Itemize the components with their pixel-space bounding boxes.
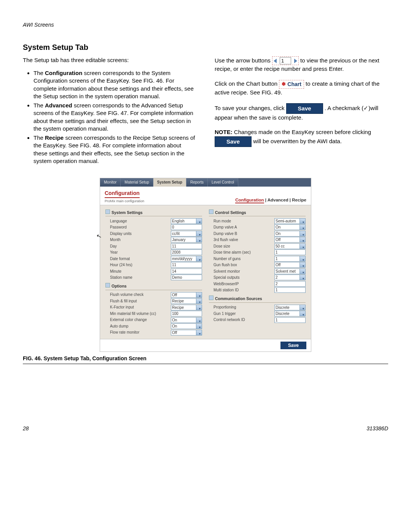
select-field[interactable]: cc/lit▾ — [171, 231, 202, 236]
input-field[interactable]: 1 — [274, 287, 306, 293]
select-field[interactable]: Off▾ — [274, 262, 306, 268]
form-row: Min material fill volume (cc)100 — [105, 311, 202, 316]
form-label: Min material fill volume (cc) — [110, 311, 171, 316]
cursor-icon: ↖ — [95, 231, 102, 240]
input-field[interactable]: Demo — [171, 275, 202, 280]
form-label: WebBrowserIP — [213, 281, 274, 287]
section-header: Control Settings — [209, 209, 306, 216]
select-field[interactable]: On▾ — [274, 231, 306, 236]
caption-prefix: FIG. 46. — [23, 355, 43, 361]
subnav-configuration[interactable]: Configuration — [235, 198, 264, 203]
select-field[interactable]: 1▾ — [274, 256, 306, 262]
form-label: Dump valve B — [213, 231, 274, 236]
select-field[interactable]: On▾ — [171, 323, 202, 329]
form-row: Station nameDemo — [105, 275, 202, 280]
right-column: Use the arrow buttons 1 to view the prev… — [215, 56, 388, 166]
dropdown-caret-icon: ▾ — [199, 319, 201, 324]
page-number: 28 — [23, 425, 29, 432]
form-row: Flush volume checkOff▾ — [105, 292, 202, 298]
form-row: Control network ID1 — [209, 317, 306, 323]
page-footer: 28 313386D — [23, 425, 388, 432]
input-field[interactable]: 11 — [171, 243, 202, 249]
select-field[interactable]: Semi-autom▾ — [274, 218, 306, 224]
dropdown-caret-icon: ▾ — [199, 238, 201, 243]
input-field[interactable]: 0 — [171, 224, 202, 230]
dropdown-caret-icon: ▾ — [303, 238, 304, 243]
form-row: Dump valve BOn▾ — [209, 231, 306, 236]
form-row: ProportioningDiscrete▾ — [209, 305, 306, 310]
panel-subnav: Configuration | Advanced | Recipe — [235, 197, 306, 203]
document-id: 313386D — [366, 425, 388, 432]
select-field[interactable]: Off▾ — [171, 330, 202, 335]
select-field[interactable]: On▾ — [171, 317, 202, 323]
form-label: K-Factor input — [110, 305, 171, 310]
form-label: Month — [110, 237, 171, 243]
input-field[interactable]: 2008 — [171, 249, 202, 255]
select-field[interactable]: 2▾ — [274, 275, 306, 280]
tab-level-control[interactable]: Level Control — [208, 178, 238, 187]
select-field[interactable]: Discrete▾ — [274, 311, 306, 316]
arrow-right-icon[interactable] — [294, 59, 297, 63]
dropdown-caret-icon: ▾ — [303, 264, 304, 268]
form-label: Control network ID — [213, 317, 274, 323]
chart-button[interactable]: ✽ Chart — [279, 80, 304, 89]
arrow-buttons-widget[interactable]: 1 — [272, 56, 299, 66]
form-row: Password0 — [105, 224, 202, 230]
select-field[interactable]: Discrete▾ — [274, 305, 306, 310]
select-field[interactable]: Solvent met▾ — [274, 268, 306, 274]
form-row: Date formatmm/dd/yyyy▾ — [105, 256, 202, 262]
save-button-inline-2[interactable]: Save — [215, 136, 252, 147]
form-label: Proportioning — [213, 305, 274, 310]
tab-system-setup[interactable]: System Setup — [153, 178, 186, 187]
input-field[interactable]: 1 — [274, 317, 306, 323]
chart-icon: ✽ — [282, 81, 286, 88]
form-row: WebBrowserIP2 — [209, 281, 306, 287]
form-label: Dose time alarm (sec) — [213, 250, 274, 255]
recipe-number-input[interactable]: 1 — [280, 57, 291, 65]
left-column: The Setup tab has three editable screens… — [23, 56, 196, 166]
form-label: Number of guns — [213, 256, 274, 262]
tab-material-setup[interactable]: Material Setup — [121, 178, 153, 187]
dropdown-caret-icon: ▾ — [303, 257, 304, 262]
subnav-advanced[interactable]: Advanced — [268, 198, 288, 202]
form-label: Password — [110, 225, 171, 230]
select-field[interactable]: Off▾ — [171, 292, 202, 298]
save-paragraph: To save your changes, click Save . A che… — [215, 103, 388, 122]
page-title: System Setup Tab — [23, 42, 388, 53]
form-label: Special outputs — [213, 275, 274, 280]
input-field[interactable]: 14 — [171, 268, 202, 274]
form-label: Language — [110, 219, 171, 224]
form-row: Hour (24 hrs)11 — [105, 262, 202, 268]
arrow-left-icon[interactable] — [274, 59, 277, 63]
tab-monitor[interactable]: Monitor — [100, 178, 121, 187]
input-field[interactable]: 2 — [274, 281, 306, 287]
note-bold: NOTE: — [215, 129, 233, 135]
form-row: Year2008 — [105, 249, 202, 255]
input-field[interactable]: 1 — [274, 249, 306, 255]
select-field[interactable]: January▾ — [171, 237, 202, 243]
tab-reports[interactable]: Reports — [186, 178, 208, 187]
form-row: Day11 — [105, 243, 202, 249]
form-label: Solvent monitor — [213, 269, 274, 274]
select-field[interactable]: Recipe▾ — [171, 298, 202, 304]
select-field[interactable]: On▾ — [274, 224, 306, 230]
form-row: MonthJanuary▾ — [105, 237, 202, 243]
subnav-recipe[interactable]: Recipe — [292, 198, 306, 202]
select-field[interactable]: mm/dd/yyyy▾ — [171, 256, 202, 262]
select-field[interactable]: Off▾ — [274, 237, 306, 243]
note-paragraph: NOTE: Changes made on the EasyKey screen… — [215, 128, 388, 147]
arrow-paragraph: Use the arrow buttons 1 to view the prev… — [215, 56, 388, 73]
dropdown-caret-icon: ▾ — [199, 331, 201, 336]
select-field[interactable]: English▾ — [171, 218, 202, 224]
save-button-screenshot[interactable]: Save — [280, 342, 306, 349]
panel-col-left: System SettingsLanguageEnglish▾Password0… — [105, 209, 202, 336]
tab-bar: MonitorMaterial SetupSystem SetupReports… — [100, 178, 311, 187]
save-button-inline-1[interactable]: Save — [286, 103, 323, 114]
select-field[interactable]: Recipe▾ — [171, 305, 202, 310]
section-header: Options — [105, 283, 202, 290]
input-field[interactable]: 11 — [171, 262, 202, 268]
input-field[interactable]: 100 — [171, 311, 202, 316]
figure-caption: FIG. 46. System Setup Tab, Configuration… — [23, 355, 388, 362]
select-field[interactable]: 50 cc▾ — [274, 243, 306, 249]
form-label: External color change — [110, 317, 171, 323]
